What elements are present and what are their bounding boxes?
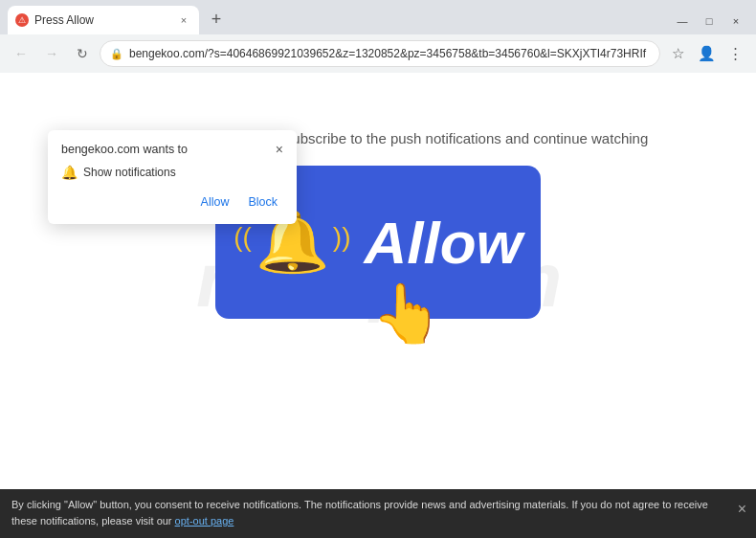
popup-bell-icon: 🔔 bbox=[61, 165, 78, 180]
bookmark-icon[interactable]: ☆ bbox=[664, 40, 691, 67]
opt-out-link[interactable]: opt-out page bbox=[175, 515, 234, 527]
notification-popup: bengekoo.com wants to × 🔔 Show notificat… bbox=[48, 130, 297, 224]
address-text: bengekoo.com/?s=40646869921039652&z=1320… bbox=[129, 47, 650, 60]
lock-icon: 🔒 bbox=[110, 48, 123, 60]
refresh-button[interactable]: ↻ bbox=[69, 40, 96, 67]
bottom-bar-text: By clicking "Allow" button, you consent … bbox=[11, 499, 708, 527]
minimize-button[interactable]: — bbox=[670, 11, 695, 31]
popup-allow-button[interactable]: Allow bbox=[195, 191, 235, 213]
new-tab-button[interactable]: + bbox=[203, 6, 230, 33]
toolbar-icons: ☆ 👤 ⋮ bbox=[664, 40, 748, 67]
browser-tab[interactable]: ⚠ Press Allow × bbox=[8, 6, 199, 34]
wave-left-icon: (( bbox=[233, 222, 252, 253]
address-input[interactable]: 🔒 bengekoo.com/?s=40646869921039652&z=13… bbox=[100, 40, 660, 67]
popup-show-label: Show notifications bbox=[83, 166, 176, 179]
browser-window: ⚠ Press Allow × + — □ × ← → ↻ 🔒 bengekoo… bbox=[0, 0, 756, 538]
tab-favicon: ⚠ bbox=[15, 13, 29, 27]
bottom-bar-close-button[interactable]: × bbox=[738, 497, 746, 522]
popup-close-button[interactable]: × bbox=[276, 142, 283, 157]
account-icon[interactable]: 👤 bbox=[693, 40, 720, 67]
window-controls: — □ × bbox=[670, 11, 748, 34]
tab-bar: ⚠ Press Allow × + — □ × bbox=[0, 0, 756, 34]
page-content: riskiq.com Click the «Allow» button to s… bbox=[0, 73, 756, 489]
bottom-bar: By clicking "Allow" button, you consent … bbox=[0, 489, 756, 538]
popup-buttons: Allow Block bbox=[61, 191, 283, 213]
tab-title: Press Allow bbox=[34, 13, 170, 27]
hand-cursor-icon: 👆 bbox=[371, 280, 443, 347]
allow-button-label: Allow bbox=[364, 209, 522, 277]
wave-right-icon: )) bbox=[333, 222, 351, 253]
popup-domain-text: bengekoo.com wants to bbox=[61, 143, 188, 156]
tab-close-button[interactable]: × bbox=[176, 12, 191, 28]
popup-block-button[interactable]: Block bbox=[242, 191, 283, 213]
forward-button[interactable]: → bbox=[38, 40, 65, 67]
close-window-button[interactable]: × bbox=[723, 11, 748, 31]
maximize-button[interactable]: □ bbox=[697, 11, 722, 31]
popup-notification-row: 🔔 Show notifications bbox=[61, 165, 283, 180]
menu-icon[interactable]: ⋮ bbox=[722, 40, 748, 67]
back-button[interactable]: ← bbox=[8, 40, 34, 67]
popup-header: bengekoo.com wants to × bbox=[61, 142, 283, 157]
address-bar: ← → ↻ 🔒 bengekoo.com/?s=4064686992103965… bbox=[0, 34, 756, 73]
